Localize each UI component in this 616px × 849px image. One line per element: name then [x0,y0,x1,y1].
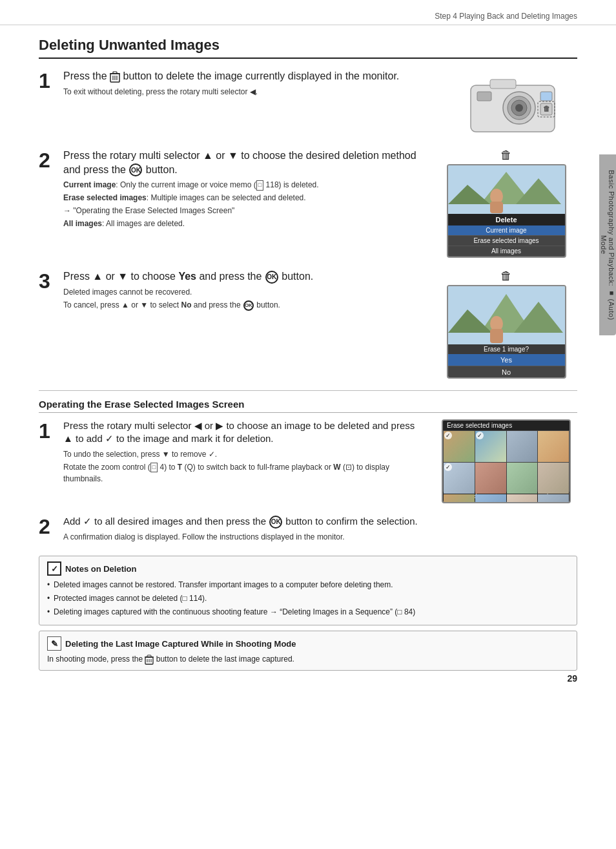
thumb-12 [538,494,569,504]
step-3-image-area: 🗑 Erase 1 image? Ye [435,269,577,379]
notes-item-3: Deleting images captured with the contin… [47,606,569,618]
sub-step-1-image-area: Erase selected images ✓ ✓ ✓ [435,419,577,503]
main-content: Deleting Unwanted Images 1 Press the but… [0,25,616,695]
sub-step-2-number: 2 [39,516,63,544]
pencil-icon: ✎ [47,636,61,651]
camera-illustration: 🗑 [445,69,568,137]
step-3-sub-1: Deleted images cannot be recovered. [63,286,426,298]
step-2-sub-2: Erase selected images: Multiple images c… [63,192,426,204]
notes-item-2: Protected images cannot be deleted (□ 11… [47,592,569,604]
svg-point-10 [515,104,523,112]
erase-confirm-label: Erase 1 image? [448,344,565,354]
sub-step-1-main-text: Press the rotary multi selector ◀ or ▶ t… [63,419,426,446]
erase-confirm-photo [448,286,565,344]
trash-icon-tip [145,655,154,665]
erase-selected-screen: Erase selected images ✓ ✓ ✓ [442,419,571,503]
ok-btn-3b: OK [243,300,254,311]
ok-btn-3: OK [265,271,278,284]
step-3-block: 3 Press ▲ or ▼ to choose Yes and press t… [39,269,577,379]
erase-no-btn: No [448,366,565,379]
step-2-sub-1: Current image: Only the current image or… [63,179,426,191]
svg-rect-12 [490,79,516,89]
delete-menu-current: Current image [448,225,565,236]
trash-icon-1 [110,71,120,83]
page-number: 29 [567,673,577,684]
page-header: Step 4 Playing Back and Deleting Images [0,0,616,25]
sidebar-tab: Basic Photography and Playback: ■ (Auto)… [599,154,616,335]
tip-title: ✎ Deleting the Last Image Captured While… [47,636,569,651]
step-3-main-text: Press ▲ or ▼ to choose Yes and press the… [63,269,426,284]
step-2-block: 2 Press the rotary multi selector ▲ or ▼… [39,149,577,258]
section-title: Deleting Unwanted Images [39,37,577,59]
step-2-main-text: Press the rotary multi selector ▲ or ▼ t… [63,149,426,176]
note-icon: ✓ [47,561,61,576]
step-1-content: Press the button to delete the image cur… [63,69,426,137]
erase-yes-btn: Yes [448,354,565,366]
check-5: ✓ [444,463,452,471]
thumb-2: ✓ [475,431,506,462]
tip-text: In shooting mode, press the button to de… [47,653,569,665]
sub-step-2-sub-1: A confirmation dialog is displayed. Foll… [63,531,577,543]
ok-btn-sub2: OK [269,516,282,529]
erase-confirm-screen: Erase 1 image? Yes No [447,285,566,379]
tip-box: ✎ Deleting the Last Image Captured While… [39,631,577,671]
step-1-main-text: Press the button to delete the image cur… [63,69,426,83]
thumb-4 [538,431,569,462]
step-3-content: Press ▲ or ▼ to choose Yes and press the… [63,269,426,379]
svg-rect-22 [490,202,503,213]
step-2-sub-4: All images: All images are deleted. [63,218,426,229]
step-3-sub-2: To cancel, press ▲ or ▼ to select No and… [63,299,426,311]
step-2-number: 2 [39,150,63,258]
step-1-image-area: 🗑 [435,69,577,137]
sub-step-2-block: 2 Add ✓ to all desired images and then p… [39,515,577,544]
sub-step-1-sub-2: Rotate the zoom control (□ 4) to T (Q) t… [63,461,426,485]
subsection-title: Operating the Erase Selected Images Scre… [39,399,577,413]
notes-title: ✓ Notes on Deletion [47,561,569,576]
step-1-block: 1 Press the button to delete the image c… [39,69,577,137]
step-1-number: 1 [39,70,63,137]
section-divider [39,390,577,391]
sub-step-1-content: Press the rotary multi selector ◀ or ▶ t… [63,419,426,503]
sub-step-1-number: 1 [39,421,63,503]
sub-step-2-main-text: Add ✓ to all desired images and then pre… [63,515,577,529]
thumb-11 [507,494,538,504]
erase-selected-grid: ✓ ✓ ✓ [443,430,570,492]
erase-confirm-buttons: Yes No [448,354,565,379]
header-title: Step 4 Playing Back and Deleting Images [435,12,577,21]
thumb-1: ✓ [444,431,475,462]
svg-rect-28 [490,329,503,343]
check-2: ✓ [476,432,484,439]
step-2-image-area: 🗑 [435,149,577,258]
svg-rect-13 [540,92,552,101]
thumb-5: ✓ [444,463,475,494]
svg-text:🗑: 🗑 [543,105,550,112]
thumb-3 [507,431,538,462]
delete-screen-photo [448,165,565,214]
ok-btn-2: OK [129,163,142,176]
trash-icon-2: 🗑 [500,149,512,162]
delete-menu-title: Delete [448,214,565,225]
trash-icon-3: 🗑 [500,269,512,283]
sub-step-1-block: 1 Press the rotary multi selector ◀ or ▶… [39,419,577,503]
delete-menu-all: All images [448,246,565,257]
sub-step-1-sub-1: To undo the selection, press ▼ to remove… [63,448,426,460]
step-1-sub-1: To exit without deleting, press the rota… [63,86,426,98]
thumb-6 [475,463,506,494]
notes-item-1: Deleted images cannot be restored. Trans… [47,579,569,591]
notes-box: ✓ Notes on Deletion Deleted images canno… [39,556,577,625]
svg-rect-11 [477,92,491,101]
step-3-number: 3 [39,271,63,379]
check-1: ✓ [444,432,452,439]
step-2-sub-3: → "Operating the Erase Selected Images S… [63,205,426,216]
sub-step-2-content: Add ✓ to all desired images and then pre… [63,515,577,544]
delete-menu-erase-selected: Erase selected images [448,236,565,246]
thumb-7 [507,463,538,494]
thumb-9 [444,494,475,504]
erase-selected-header: Erase selected images [443,421,570,430]
step-2-content: Press the rotary multi selector ▲ or ▼ t… [63,149,426,258]
delete-screen: Delete Current image Erase selected imag… [447,164,566,258]
thumb-10 [475,494,506,504]
thumb-8 [538,463,569,494]
